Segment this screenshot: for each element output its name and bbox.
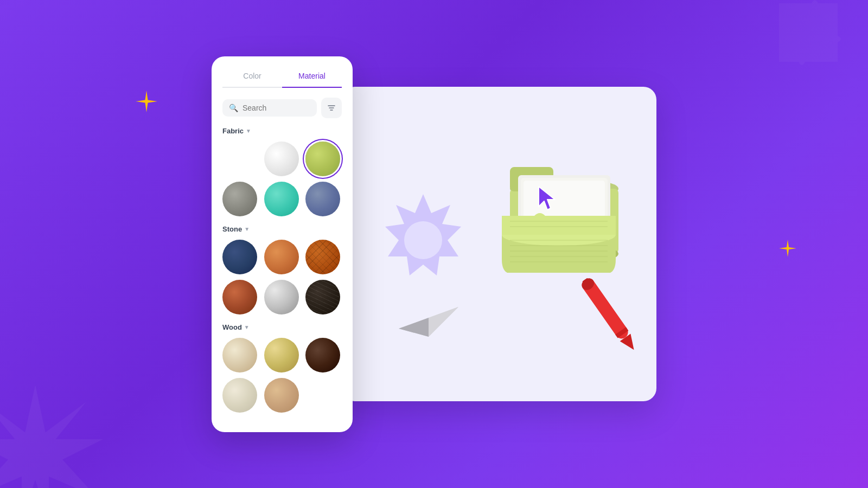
stone-rust-item[interactable] (222, 280, 257, 314)
search-input[interactable] (242, 104, 310, 112)
stone-chevron-icon: ▼ (244, 226, 250, 232)
stone-basketball-item[interactable] (305, 240, 340, 274)
stone-silver-item[interactable] (264, 280, 299, 314)
stone-section-label: Stone ▼ (222, 225, 342, 233)
wood-cream-item[interactable] (222, 338, 257, 373)
svg-marker-23 (429, 307, 458, 337)
cursor-icon (534, 184, 564, 216)
wood-item-5[interactable] (264, 378, 299, 413)
svg-point-4 (404, 221, 442, 259)
fabric-teal-item[interactable] (264, 182, 299, 216)
starburst-decoration (0, 385, 103, 488)
stone-marble-item[interactable] (305, 280, 340, 314)
wood-section-label: Wood ▼ (222, 323, 342, 331)
stone-orange-item[interactable] (264, 240, 299, 274)
fabric-blue-gray-item[interactable] (222, 142, 257, 176)
paper-plane-decoration (396, 296, 461, 342)
fabric-gray-item[interactable] (222, 182, 257, 216)
preview-card (342, 87, 656, 401)
search-row: 🔍 (222, 98, 342, 118)
fabric-chevron-icon: ▼ (246, 128, 251, 134)
stone-grid (222, 240, 342, 314)
paper-plane-icon (396, 296, 461, 339)
svg-marker-0 (0, 385, 103, 488)
fabric-grid (222, 142, 342, 216)
fabric-steel-blue-item[interactable] (305, 182, 340, 216)
svg-marker-22 (399, 318, 429, 337)
search-icon: 🔍 (229, 104, 238, 112)
tab-bar: Color Material (222, 67, 342, 88)
wood-gold-item[interactable] (264, 338, 299, 373)
wood-grid (222, 338, 342, 413)
fabric-green-item[interactable] (305, 142, 340, 176)
puzzle-decoration (760, 0, 857, 87)
search-box: 🔍 (222, 99, 317, 117)
filter-button[interactable] (321, 98, 342, 118)
cursor-arrow (534, 184, 561, 214)
star-decoration-right (778, 239, 797, 258)
filter-icon (327, 104, 336, 112)
wood-chevron-icon: ▼ (244, 324, 250, 330)
fabric-section-label: Fabric ▼ (222, 127, 342, 135)
main-content: Color Material 🔍 Fabric ▼ (212, 56, 656, 432)
fabric-white-item[interactable] (264, 142, 299, 176)
star-decoration-left (135, 89, 158, 113)
tab-material[interactable]: Material (282, 67, 342, 88)
wood-item-4[interactable] (222, 378, 257, 413)
tab-color[interactable]: Color (222, 67, 282, 88)
wood-dark-item[interactable] (305, 338, 340, 373)
stone-navy-item[interactable] (222, 240, 257, 274)
material-panel: Color Material 🔍 Fabric ▼ (212, 56, 353, 432)
